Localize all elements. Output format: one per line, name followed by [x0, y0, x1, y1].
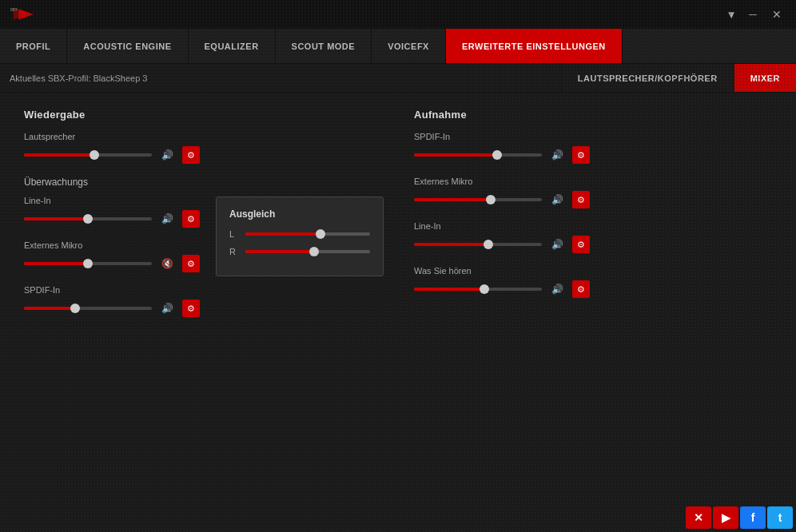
ext-mikro-mute-btn[interactable]: 🔇 [158, 255, 176, 272]
channel-line-in-r-label: Line-In [414, 221, 772, 231]
eq-label-r: R [229, 247, 239, 256]
line-in-r-mute-btn[interactable]: 🔊 [548, 236, 566, 253]
channel-ext-mikro-r: Externes Mikro 🔊 ⚙ [414, 177, 772, 208]
line-in-gear-btn[interactable]: ⚙ [182, 210, 200, 228]
channel-line-in-r: Line-In 🔊 ⚙ [414, 221, 772, 253]
line-in-r-gear-btn[interactable]: ⚙ [572, 236, 590, 253]
channel-lautsprecher: Lautsprecher 🔊 ⚙ [24, 132, 382, 164]
sub-nav: Aktuelles SBX-Profil: BlackSheep 3 LAUTS… [0, 64, 796, 93]
tab-lautsprecher[interactable]: LAUTSPRECHER/KOPFHÖRER [561, 64, 734, 92]
wiedergabe-title: Wiedergabe [24, 109, 382, 121]
eq-row-r: R [229, 247, 370, 256]
eq-label-l: L [229, 229, 239, 239]
social-facebook-btn[interactable]: f [740, 506, 766, 529]
dropdown-btn[interactable]: ▼ [722, 6, 740, 23]
social-youtube-btn[interactable]: ▶ [713, 506, 738, 529]
tab-equalizer[interactable]: EQUALIZER [189, 29, 276, 63]
title-bar: SBX ▼ ─ ✕ [0, 0, 796, 29]
bottom-bar: ✕ ▶ f t [686, 503, 796, 532]
channel-spdif-in: SPDIF-In 🔊 ⚙ [24, 285, 382, 317]
aufnahme-title: Aufnahme [414, 109, 772, 121]
right-panel: Aufnahme SPDIF-In 🔊 ⚙ Externes Mikro [398, 109, 772, 330]
spdif-in-slider[interactable] [24, 307, 152, 310]
spdif-in-mute-btn[interactable]: 🔊 [158, 300, 176, 317]
spdif-in-r-gear-btn[interactable]: ⚙ [572, 146, 590, 164]
ext-mikro-r-gear-btn[interactable]: ⚙ [572, 191, 590, 208]
ext-mikro-r-slider[interactable] [414, 198, 542, 201]
nav-bar: PROFIL ACOUSTIC ENGINE EQUALIZER SCOUT M… [0, 29, 796, 64]
channel-spdif-in-r-label: SPDIF-In [414, 132, 772, 141]
tab-scout[interactable]: SCOUT MODE [276, 29, 372, 63]
was-sie-horen-mute-btn[interactable]: 🔊 [548, 280, 566, 298]
lautsprecher-gear-btn[interactable]: ⚙ [182, 146, 200, 164]
eq-slider-r[interactable] [245, 250, 370, 253]
spdif-in-gear-btn[interactable]: ⚙ [182, 300, 200, 317]
social-twitter-btn[interactable]: t [767, 506, 793, 529]
logo-icon: SBX [8, 3, 40, 26]
channel-lautsprecher-controls: 🔊 ⚙ [24, 146, 382, 164]
spdif-in-r-mute-btn[interactable]: 🔊 [548, 146, 566, 164]
close-btn[interactable]: ✕ [766, 6, 788, 23]
channel-ext-mikro-r-controls: 🔊 ⚙ [414, 191, 772, 208]
tab-erweiterte[interactable]: ERWEITERTE EINSTELLUNGEN [446, 29, 623, 63]
channel-was-sie-horen-label: Was Sie hören [414, 266, 772, 276]
tab-voicefx[interactable]: VOICEFX [372, 29, 446, 63]
main-content: Wiedergabe Lautsprecher 🔊 ⚙ Überwachungs… [0, 93, 796, 346]
tab-profil[interactable]: PROFIL [0, 29, 67, 63]
channel-spdif-in-label: SPDIF-In [24, 285, 382, 295]
ausgleich-title: Ausgleich [229, 208, 370, 220]
channel-line-in-r-controls: 🔊 ⚙ [414, 236, 772, 253]
sub-nav-tabs: LAUTSPRECHER/KOPFHÖRER MIXER [561, 64, 796, 92]
monitoring-title: Überwachungs [24, 177, 382, 188]
app-logo: SBX [8, 3, 40, 26]
was-sie-horen-slider[interactable] [414, 288, 542, 291]
tab-mixer[interactable]: MIXER [734, 64, 796, 92]
social-x-btn[interactable]: ✕ [686, 506, 711, 529]
channel-was-sie-horen-controls: 🔊 ⚙ [414, 280, 772, 298]
minimize-btn[interactable]: ─ [742, 6, 764, 23]
ext-mikro-gear-btn[interactable]: ⚙ [182, 255, 200, 272]
channel-ext-mikro-r-label: Externes Mikro [414, 177, 772, 186]
profile-text: Aktuelles SBX-Profil: BlackSheep 3 [0, 64, 561, 92]
line-in-mute-btn[interactable]: 🔊 [158, 210, 176, 228]
lautsprecher-mute-btn[interactable]: 🔊 [158, 146, 176, 164]
channel-lautsprecher-label: Lautsprecher [24, 132, 382, 141]
line-in-r-slider[interactable] [414, 243, 542, 246]
ausgleich-popup: Ausgleich L R [216, 197, 384, 276]
tab-acoustic[interactable]: ACOUSTIC ENGINE [67, 29, 188, 63]
eq-row-l: L [229, 229, 370, 239]
ext-mikro-r-mute-btn[interactable]: 🔊 [548, 191, 566, 208]
channel-spdif-in-r: SPDIF-In 🔊 ⚙ [414, 132, 772, 164]
eq-slider-l[interactable] [245, 232, 370, 236]
spdif-in-r-slider[interactable] [414, 153, 542, 157]
window-controls: ▼ ─ ✕ [722, 6, 788, 23]
channel-spdif-in-r-controls: 🔊 ⚙ [414, 146, 772, 164]
ext-mikro-slider[interactable] [24, 262, 152, 265]
was-sie-horen-gear-btn[interactable]: ⚙ [572, 280, 590, 298]
channel-was-sie-horen: Was Sie hören 🔊 ⚙ [414, 266, 772, 298]
lautsprecher-slider[interactable] [24, 153, 152, 157]
line-in-slider[interactable] [24, 217, 152, 220]
channel-spdif-in-controls: 🔊 ⚙ [24, 300, 382, 317]
